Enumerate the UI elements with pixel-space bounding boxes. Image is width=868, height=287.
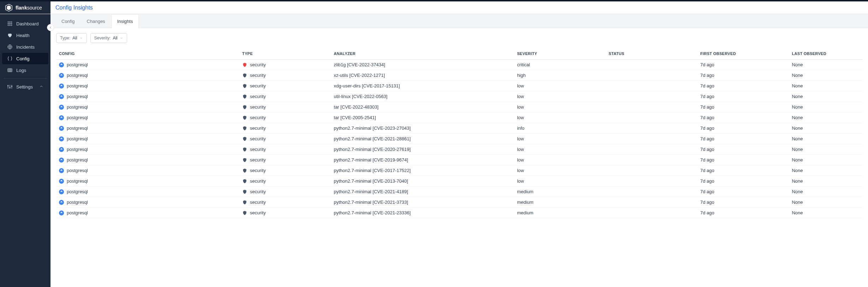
table-row[interactable]: postgresqlsecurityxdg-user-dirs [CVE-201… — [56, 81, 862, 91]
sidebar-item-health[interactable]: Health — [2, 30, 48, 41]
config-name: postgresql — [67, 62, 88, 67]
shield-icon — [242, 115, 247, 120]
svg-point-9 — [10, 25, 11, 26]
table-row[interactable]: postgresqlsecuritypython2.7-minimal [CVE… — [56, 144, 862, 155]
status-cell — [606, 81, 697, 91]
last-observed-cell: None — [789, 134, 862, 144]
config-name: postgresql — [67, 200, 88, 205]
tab-changes[interactable]: Changes — [81, 14, 111, 28]
column-header[interactable]: SEVERITY — [514, 48, 606, 60]
type-label: security — [250, 104, 266, 110]
sidebar-item-incidents[interactable]: Incidents — [2, 41, 48, 53]
brand-logo-icon — [5, 4, 13, 12]
table-row[interactable]: postgresqlsecuritytar [CVE-2022-48303]lo… — [56, 102, 862, 112]
chevron-up-icon — [39, 84, 43, 90]
severity-cell: low — [514, 155, 606, 165]
shield-icon — [242, 200, 247, 205]
status-cell — [606, 134, 697, 144]
config-name: postgresql — [67, 126, 88, 131]
topbar: flanksource Config Insights — [0, 0, 868, 14]
sidebar-collapse-button[interactable] — [47, 24, 54, 31]
table-row[interactable]: postgresqlsecurityutil-linux [CVE-2022-0… — [56, 91, 862, 102]
last-observed-cell: None — [789, 197, 862, 208]
last-observed-cell: None — [789, 123, 862, 134]
tab-config[interactable]: Config — [55, 14, 81, 28]
config-name: postgresql — [67, 147, 88, 152]
status-cell — [606, 165, 697, 176]
sidebar-item-config[interactable]: Config — [2, 53, 48, 64]
status-cell — [606, 102, 697, 112]
sidebar-item-label: Logs — [16, 68, 26, 73]
type-label: security — [250, 94, 266, 99]
config-name: postgresql — [67, 157, 88, 163]
severity-cell: critical — [514, 60, 606, 70]
brand[interactable]: flanksource — [0, 1, 50, 14]
table-row[interactable]: postgresqlsecuritypython2.7-minimal [CVE… — [56, 197, 862, 208]
analyzer-cell: python2.7-minimal [CVE-2021-23336] — [331, 208, 514, 218]
postgresql-icon — [59, 179, 64, 184]
sidebar-item-logs[interactable]: Logs — [2, 65, 48, 76]
table-row[interactable]: postgresqlsecuritypython2.7-minimal [CVE… — [56, 187, 862, 197]
column-header[interactable]: CONFIG — [56, 48, 239, 60]
config-name: postgresql — [67, 136, 88, 141]
table-row[interactable]: postgresqlsecuritypython2.7-minimal [CVE… — [56, 176, 862, 187]
table-row[interactable]: postgresqlsecuritypython2.7-minimal [CVE… — [56, 123, 862, 134]
tab-insights[interactable]: Insights — [111, 14, 139, 28]
sidebar-item-label: Config — [16, 56, 30, 61]
table-row[interactable]: postgresqlsecuritypython2.7-minimal [CVE… — [56, 134, 862, 144]
filter-severity[interactable]: Severity: All — [90, 33, 127, 43]
last-observed-cell: None — [789, 144, 862, 155]
postgresql-icon — [59, 136, 64, 141]
status-cell — [606, 155, 697, 165]
type-label: security — [250, 83, 266, 88]
column-header[interactable]: STATUS — [606, 48, 697, 60]
severity-cell: low — [514, 112, 606, 123]
status-cell — [606, 91, 697, 102]
sidebar-item-dashboard[interactable]: Dashboard — [2, 18, 48, 29]
table-row[interactable]: postgresqlsecuritypython2.7-minimal [CVE… — [56, 155, 862, 165]
severity-cell: high — [514, 70, 606, 81]
type-label: security — [250, 73, 266, 78]
column-header[interactable]: FIRST OBSERVED — [697, 48, 789, 60]
first-observed-cell: 7d ago — [697, 81, 789, 91]
filter-type[interactable]: Type: All — [56, 33, 87, 43]
postgresql-icon — [59, 105, 64, 110]
severity-cell: info — [514, 123, 606, 134]
last-observed-cell: None — [789, 91, 862, 102]
analyzer-cell: python2.7-minimal [CVE-2021-4189] — [331, 187, 514, 197]
last-observed-cell: None — [789, 102, 862, 112]
last-observed-cell: None — [789, 155, 862, 165]
filter-label: Severity: — [94, 36, 111, 41]
svg-rect-13 — [8, 68, 12, 72]
analyzer-cell: python2.7-minimal [CVE-2021-28861] — [331, 134, 514, 144]
table-row[interactable]: postgresqlsecuritypython2.7-minimal [CVE… — [56, 208, 862, 218]
table-row[interactable]: postgresqlsecurityzlib1g [CVE-2022-37434… — [56, 60, 862, 70]
postgresql-icon — [59, 84, 64, 88]
config-name: postgresql — [67, 94, 88, 99]
page-title: Config Insights — [50, 5, 93, 11]
table-row[interactable]: postgresqlsecuritytar [CVE-2005-2541]low… — [56, 112, 862, 123]
column-header[interactable]: ANALYZER — [331, 48, 514, 60]
analyzer-cell: zlib1g [CVE-2022-37434] — [331, 60, 514, 70]
postgresql-icon — [59, 168, 64, 173]
shield-icon — [242, 168, 247, 173]
braces-icon — [7, 56, 13, 61]
table-row[interactable]: postgresqlsecurityxz-utils [CVE-2022-127… — [56, 70, 862, 81]
table-row[interactable]: postgresqlsecuritypython2.7-minimal [CVE… — [56, 165, 862, 176]
severity-cell: low — [514, 144, 606, 155]
analyzer-cell: tar [CVE-2022-48303] — [331, 102, 514, 112]
sidebar-divider — [4, 78, 47, 79]
column-header[interactable]: LAST OBSERVED — [789, 48, 862, 60]
first-observed-cell: 7d ago — [697, 112, 789, 123]
svg-point-8 — [8, 25, 9, 26]
sidebar-item-settings[interactable]: Settings — [2, 81, 48, 92]
first-observed-cell: 7d ago — [697, 197, 789, 208]
sliders-icon — [7, 84, 13, 90]
filters-bar: Type: All Severity: All — [50, 28, 868, 48]
last-observed-cell: None — [789, 70, 862, 81]
type-label: security — [250, 168, 266, 173]
severity-cell: low — [514, 102, 606, 112]
column-header[interactable]: TYPE — [239, 48, 331, 60]
postgresql-icon — [59, 200, 64, 205]
config-name: postgresql — [67, 178, 88, 184]
